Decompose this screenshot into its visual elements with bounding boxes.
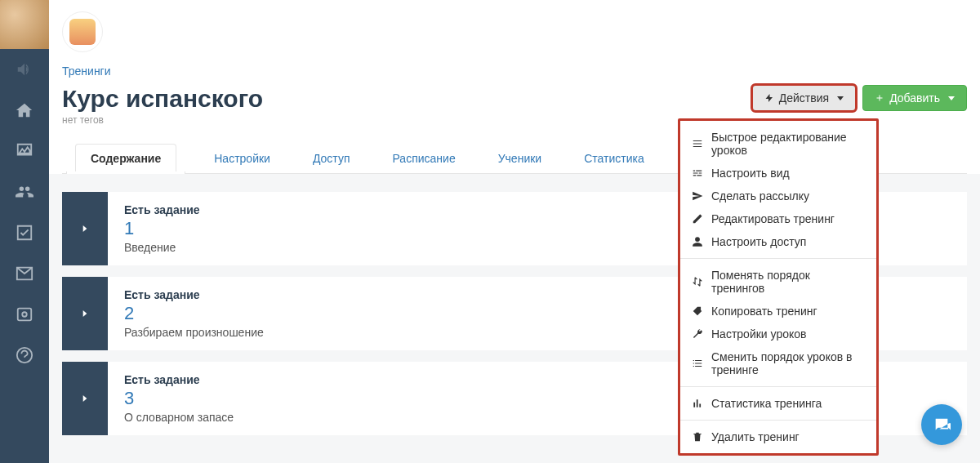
title-row: Курс испанского нет тегов Действия Добав… [62,85,967,126]
header-logo[interactable] [62,11,103,52]
add-button-label: Добавить [889,91,940,105]
sidebar-avatar[interactable] [0,0,49,49]
dropdown-item-edit[interactable]: Редактировать тренинг [680,207,876,230]
dropdown-item-trash[interactable]: Удалить тренинг [680,425,876,448]
edit-icon [692,213,703,225]
dropdown-item-label: Настроить доступ [711,235,806,248]
stats-icon [692,398,703,409]
svg-rect-0 [18,309,32,321]
tab-0[interactable]: Содержание [75,144,176,174]
tab-2[interactable]: Доступ [308,144,355,173]
tab-5[interactable]: Статистика [579,144,649,173]
sidebar-item-tasks[interactable] [0,212,49,253]
dropdown-item-label: Статистика тренинга [711,397,822,410]
wrench-icon [692,328,703,340]
dropdown-item-list[interactable]: Быстрое редактирование уроков [680,126,876,162]
chat-icon [933,416,951,434]
chevron-right-icon [79,393,91,404]
sliders-icon [692,167,703,179]
dropdown-item-tags[interactable]: Копировать тренинг [680,300,876,323]
tab-3[interactable]: Расписание [387,144,460,173]
sidebar-item-chat[interactable] [0,335,49,376]
actions-dropdown: Быстрое редактирование уроковНастроить в… [678,118,879,456]
title-buttons: Действия Добавить Быстрое редактирование… [752,85,967,111]
chat-fab[interactable] [921,404,962,445]
sidebar-item-home[interactable] [0,90,49,131]
tab-4[interactable]: Ученики [493,144,546,173]
caret-icon [837,96,844,100]
logo-icon [69,19,96,45]
add-button[interactable]: Добавить [862,85,967,111]
page-title: Курс испанского [62,85,263,113]
dropdown-item-label: Быстрое редактирование уроков [711,131,865,157]
sort-icon [692,276,703,287]
lesson-expand-handle[interactable] [62,192,108,265]
trash-icon [692,431,703,443]
dropdown-item-label: Сделать рассылку [711,189,809,203]
chevron-right-icon [79,223,91,234]
tags-icon [692,305,703,317]
caret-icon [948,96,955,100]
sidebar-item-users[interactable] [0,171,49,212]
lesson-expand-handle[interactable] [62,362,108,435]
no-tags-label: нет тегов [62,114,263,126]
dropdown-item-stats[interactable]: Статистика тренинга [680,392,876,415]
dropdown-item-label: Сменить порядок уроков в тренинге [711,350,865,376]
dropdown-item-label: Копировать тренинг [711,305,817,318]
bolt-icon [764,93,774,103]
lesson-expand-handle[interactable] [62,277,108,350]
sidebar [0,0,49,463]
chevron-right-icon [79,308,91,319]
breadcrumb-trainings[interactable]: Тренинги [62,65,111,78]
send-icon [692,190,703,202]
dropdown-item-label: Настроить вид [711,167,790,180]
dropdown-item-user[interactable]: Настроить доступ [680,230,876,253]
avatar-image [0,0,49,49]
dropdown-item-sort[interactable]: Поменять порядок тренингов [680,264,876,300]
dropdown-item-label: Настройки уроков [711,327,806,341]
dropdown-item-sliders[interactable]: Настроить вид [680,162,876,185]
dropdown-item-send[interactable]: Сделать рассылку [680,185,876,207]
reorder-icon [692,358,703,369]
sidebar-item-mail[interactable] [0,253,49,294]
breadcrumb: Тренинги [62,64,967,78]
dropdown-item-reorder[interactable]: Сменить порядок уроков в тренинге [680,345,876,381]
dropdown-item-label: Удалить тренинг [711,430,800,443]
title-block: Курс испанского нет тегов [62,85,263,126]
tab-1[interactable]: Настройки [209,144,275,173]
dropdown-item-label: Редактировать тренинг [711,212,835,225]
user-icon [692,236,703,247]
actions-button-label: Действия [779,91,829,105]
main-area: Тренинги Курс испанского нет тегов Дейст… [49,0,980,463]
svg-point-1 [22,312,27,317]
sidebar-item-analytics[interactable] [0,131,49,171]
dropdown-item-label: Поменять порядок тренингов [711,269,865,295]
list-icon [692,138,703,149]
actions-button[interactable]: Действия [752,85,856,111]
header [62,0,967,60]
sidebar-item-sound[interactable] [0,49,49,90]
plus-icon [875,93,884,103]
dropdown-item-wrench[interactable]: Настройки уроков [680,323,876,345]
sidebar-item-safe[interactable] [0,294,49,335]
